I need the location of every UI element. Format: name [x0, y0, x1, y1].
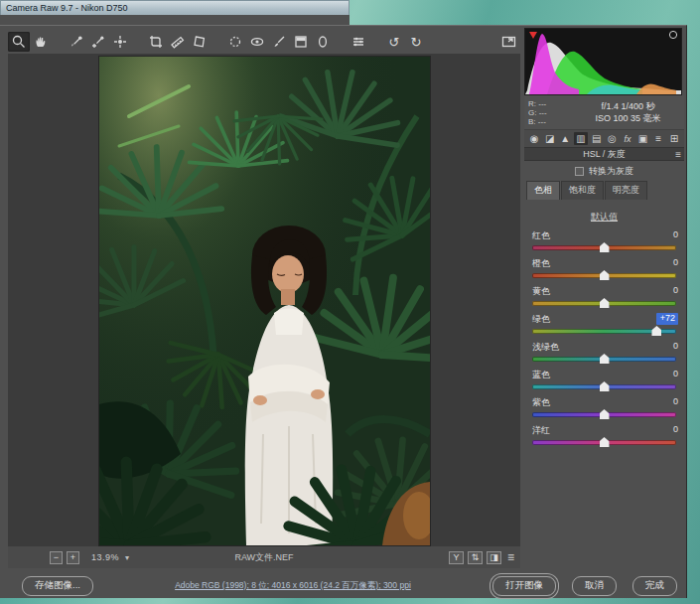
done-button[interactable]: 完成 [632, 576, 677, 596]
spot-removal-icon [227, 34, 243, 50]
slider-value[interactable]: 0 [656, 369, 678, 380]
subtab-saturation[interactable]: 饱和度 [561, 181, 604, 200]
color-sampler-icon [90, 34, 106, 50]
hand-tool-button[interactable] [30, 32, 52, 52]
zoom-level-select[interactable]: 13.9% [91, 552, 119, 562]
before-after-cycle-button[interactable]: ⇅ [468, 551, 483, 564]
slider-thumb[interactable] [600, 242, 610, 252]
graduated-filter-icon [293, 34, 309, 50]
lens-icon: ◎ [608, 133, 617, 144]
slider-thumb[interactable] [600, 381, 610, 391]
rotate-right-button[interactable]: ↻ [405, 32, 427, 52]
preview-toggle-button[interactable]: Y [449, 551, 464, 564]
before-after-split-button[interactable]: ◨ [487, 551, 501, 564]
white-balance-tool-button[interactable] [66, 32, 87, 52]
tab-lens-corrections[interactable]: ◎ [605, 132, 619, 145]
slider-purple: 紫色0 [532, 396, 678, 424]
photo-preview[interactable] [99, 57, 430, 545]
crop-icon [148, 34, 164, 50]
spot-removal-tool-button[interactable] [224, 32, 246, 52]
straighten-tool-button[interactable] [167, 32, 189, 52]
slider-value[interactable]: +72 [656, 313, 678, 325]
image-canvas[interactable] [8, 54, 520, 546]
tab-hsl-grayscale[interactable]: ▥ [574, 132, 588, 145]
tab-effects[interactable]: fx [621, 132, 634, 145]
minus-icon: − [54, 552, 59, 562]
zoom-in-button[interactable]: + [67, 551, 79, 564]
photo-woman-in-foliage [99, 57, 430, 545]
snapshots-icon: ⊞ [670, 133, 678, 144]
convert-to-grayscale-checkbox[interactable] [575, 167, 584, 176]
b-value: --- [538, 117, 546, 126]
chevron-down-icon[interactable]: ▾ [125, 553, 129, 562]
convert-to-grayscale-label: 转换为灰度 [589, 165, 633, 178]
slider-value[interactable]: 0 [656, 285, 678, 297]
slider-label: 绿色 [532, 313, 550, 325]
save-image-button[interactable]: 存储图像... [22, 576, 93, 596]
red-eye-tool-button[interactable] [246, 32, 268, 52]
presets-icon: ≡ [655, 133, 661, 144]
tab-split-toning[interactable]: ▤ [590, 132, 604, 145]
rotate-left-button[interactable]: ↺ [383, 32, 405, 52]
subtab-luminance[interactable]: 明亮度 [605, 181, 647, 200]
tab-detail[interactable]: ▲ [558, 132, 572, 145]
color-sampler-tool-button[interactable] [87, 32, 109, 52]
slider-value[interactable]: 0 [656, 257, 678, 269]
radial-filter-tool-button[interactable] [312, 32, 334, 52]
b-label: B: [528, 117, 536, 126]
slider-thumb[interactable] [600, 270, 610, 280]
target-icon [112, 34, 128, 50]
r-value: --- [538, 99, 546, 108]
highlight-clipping-indicator[interactable] [669, 31, 676, 38]
sliders-icon [350, 34, 366, 50]
panel-menu-icon[interactable]: ≡ [675, 148, 681, 161]
targeted-adjustment-tool-button[interactable] [109, 32, 131, 52]
hsl-icon: ▥ [576, 133, 585, 144]
cycle-views-icon: ⇅ [472, 552, 480, 562]
zoom-tool-button[interactable] [8, 32, 30, 52]
transform-tool-button[interactable] [189, 32, 210, 52]
plus-icon: + [70, 552, 75, 562]
slider-label: 洋红 [532, 424, 550, 436]
slider-value[interactable]: 0 [656, 229, 678, 241]
slider-thumb[interactable] [600, 354, 610, 364]
adjustment-brush-tool-button[interactable] [268, 32, 290, 52]
hue-sliders: 红色0 橙色0 黄色0 绿色+72 浅绿色0 [524, 227, 684, 452]
crop-tool-button[interactable] [145, 32, 167, 52]
tab-camera-calibration[interactable]: ▣ [636, 132, 650, 145]
preferences-button[interactable] [348, 32, 369, 52]
slider-value[interactable]: 0 [656, 424, 678, 436]
tab-tone-curve[interactable]: ◪ [543, 132, 557, 145]
histogram-plot [525, 29, 681, 94]
zoom-out-button[interactable]: − [50, 551, 63, 564]
transform-icon [192, 34, 208, 50]
cancel-button[interactable]: 取消 [572, 576, 617, 596]
workflow-options-link[interactable]: Adobe RGB (1998); 8 位; 4016 x 6016 (24.2… [93, 580, 492, 592]
graduated-filter-tool-button[interactable] [290, 32, 312, 52]
slider-value[interactable]: 0 [656, 341, 678, 353]
tab-presets[interactable]: ≡ [651, 132, 665, 145]
open-image-button[interactable]: 打开图像 [492, 576, 556, 596]
toggle-fullscreen-button[interactable] [497, 32, 519, 52]
slider-yellow: 黄色0 [532, 285, 678, 313]
slider-label: 紫色 [532, 396, 550, 408]
slider-thumb[interactable] [600, 437, 610, 447]
tab-snapshots[interactable]: ⊞ [667, 132, 681, 145]
slider-label: 橙色 [532, 257, 550, 269]
defaults-link[interactable]: 默认值 [591, 212, 618, 222]
slider-thumb[interactable] [600, 409, 610, 419]
split-view-icon: ◨ [490, 552, 498, 562]
slider-thumb[interactable] [600, 298, 610, 308]
rotate-ccw-icon: ↺ [389, 35, 400, 50]
histogram[interactable] [524, 28, 682, 95]
tab-basic[interactable]: ◉ [527, 132, 541, 145]
hsl-subtabs: 色相 饱和度 明亮度 [524, 181, 684, 200]
slider-thumb[interactable] [651, 326, 661, 336]
window-titlebar[interactable]: Camera Raw 9.7 - Nikon D750 [0, 0, 350, 15]
slider-value[interactable]: 0 [656, 396, 678, 408]
shadow-clipping-indicator[interactable] [529, 32, 537, 39]
view-menu-button[interactable]: ≡ [507, 550, 514, 564]
subtab-hue[interactable]: 色相 [526, 181, 560, 200]
camera-raw-dialog: ↺ ↻ [0, 25, 687, 598]
right-panel: R: --- G: --- B: --- f/1.4 1/400 秒 ISO 1… [524, 28, 684, 452]
